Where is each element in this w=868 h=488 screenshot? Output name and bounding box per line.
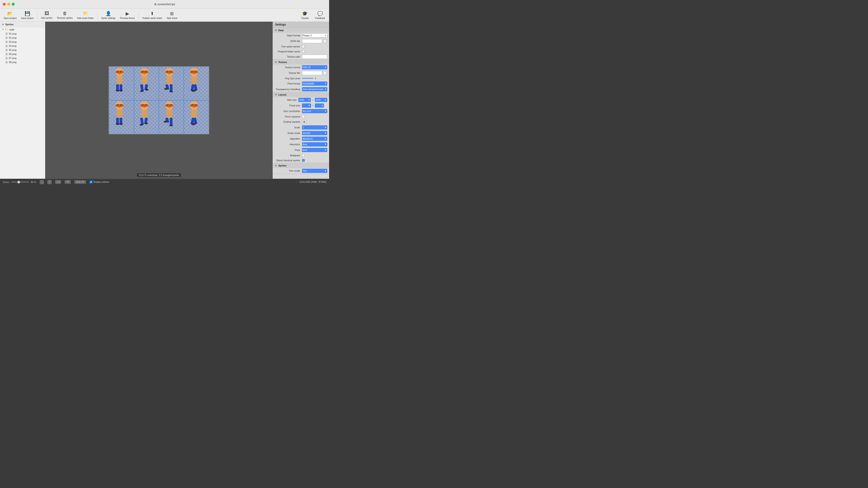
texture-format-arrow-icon: ▼ xyxy=(324,66,327,68)
prepend-folder-label: Prepend folder name xyxy=(275,50,302,53)
split-sheet-button[interactable]: ⊞ Split sheet xyxy=(165,9,179,21)
fixed-size-h-select[interactable]: ▼ xyxy=(315,103,324,107)
svg-point-95 xyxy=(168,105,168,105)
open-project-button[interactable]: 📂 Open project xyxy=(2,9,18,21)
sidebar-file-item[interactable]: 🖼06.png xyxy=(0,52,45,56)
canvas-area[interactable]: 23.0 % overdraw, 2.0 triangles/sprite xyxy=(45,22,273,179)
file-name: 01.png xyxy=(9,32,17,35)
scaling-variants-gear[interactable]: ⚙ xyxy=(302,120,307,124)
preview-anims-button[interactable]: ▶ Preview Anims xyxy=(118,9,137,21)
status-check-icon: ✓ xyxy=(296,181,298,183)
trim-mode-select[interactable]: Trim ▼ xyxy=(302,169,328,173)
publish-sprite-sheet-button[interactable]: ⬆ Publish sprite sheet xyxy=(141,9,164,21)
scale-select[interactable]: 1 ▼ xyxy=(302,125,328,129)
algorithm-select[interactable]: MaxRects ▼ xyxy=(302,137,328,141)
close-button[interactable] xyxy=(3,3,6,6)
zoom-minus-button[interactable]: - xyxy=(40,180,44,184)
sidebar-file-item[interactable]: 🖼05.png xyxy=(0,48,45,52)
size-constraints-select[interactable]: Any size ▼ xyxy=(302,109,328,113)
open-project-icon: 📂 xyxy=(7,11,13,16)
svg-point-96 xyxy=(171,105,172,105)
sidebar-file-item[interactable]: 🖼02.png xyxy=(0,36,45,40)
sidebar-folder-walk[interactable]: ▼ 📁 walk xyxy=(0,27,45,32)
texture-format-row: Texture format PNG-32 ▼ xyxy=(273,65,329,70)
heuristics-select[interactable]: Best ▼ xyxy=(302,142,328,147)
toolbar-separator-3 xyxy=(138,11,139,19)
algorithm-text: MaxRects xyxy=(303,138,313,140)
display-outlines-checkbox[interactable] xyxy=(90,181,92,184)
svg-point-80 xyxy=(143,105,144,105)
sidebar-file-item[interactable]: 🖼01.png xyxy=(0,32,45,36)
svg-line-29 xyxy=(138,77,142,80)
pixel-format-select[interactable]: RGBA8888 ▼ xyxy=(302,82,328,86)
detect-identical-checkbox[interactable]: ✓ xyxy=(302,159,305,162)
file-name: 06.png xyxy=(9,53,17,55)
texture-file-input[interactable] xyxy=(302,71,322,75)
zoom-autofit-button[interactable]: Auto Fit xyxy=(74,180,86,184)
file-name: 08.png xyxy=(9,61,17,64)
canvas-container: 23.0 % overdraw, 2.0 triangles/sprite xyxy=(45,22,273,179)
display-outlines-toggle[interactable]: Display outlines xyxy=(90,181,109,184)
trim-sprite-names-checkbox[interactable] xyxy=(302,45,305,48)
data-section-header[interactable]: ▼ Data xyxy=(273,28,329,33)
sprite-settings-button[interactable]: 👤 Sprite settings xyxy=(99,9,117,21)
sidebar-file-item[interactable]: 🖼03.png xyxy=(0,40,45,44)
save-project-button[interactable]: 💾 Save project xyxy=(19,9,35,21)
sidebar-file-item[interactable]: 🖼07.png xyxy=(0,56,45,60)
json-file-btn[interactable]: 📄 xyxy=(323,39,327,43)
svg-line-44 xyxy=(164,77,166,83)
settings-section-data: ▼ Data Data Format Phaser 3 ▼ JSON file … xyxy=(273,28,329,60)
zoom-plus-button[interactable]: + xyxy=(48,180,52,184)
svg-rect-68 xyxy=(117,109,123,118)
transparency-handling-select[interactable]: Clear transparent pixel ▼ xyxy=(302,87,328,91)
heuristics-arrow: ▼ xyxy=(324,143,327,145)
zoom-slider-thumb[interactable] xyxy=(18,181,20,184)
prepend-folder-checkbox[interactable] xyxy=(302,50,305,53)
json-file-input[interactable] xyxy=(302,39,322,43)
svg-point-111 xyxy=(196,105,196,105)
zoom-1-1-button[interactable]: 1:1 xyxy=(55,180,61,184)
png-opt-level-slider[interactable] xyxy=(302,78,313,78)
max-size-label: Max size xyxy=(275,98,298,101)
window-title: 🖥 screenshot.tps xyxy=(154,3,175,6)
svg-point-35 xyxy=(168,71,168,72)
max-size-row: Max size 2048 ▼ × 2048 ▼ xyxy=(273,97,329,103)
sprites-section-header[interactable]: ▼ Sprites xyxy=(273,163,329,168)
tutorial-button[interactable]: 🎓 Tutorial xyxy=(298,9,312,21)
add-sprites-button[interactable]: 🖼 Add sprites xyxy=(39,9,54,21)
sidebar-file-item[interactable]: 🖼08.png xyxy=(0,60,45,64)
svg-point-6 xyxy=(119,73,121,74)
maximize-button[interactable] xyxy=(12,3,15,6)
zoom-fit-button[interactable]: Fit xyxy=(65,180,71,184)
force-squared-row: Force squared xyxy=(273,114,329,119)
svg-rect-101 xyxy=(170,118,173,125)
feedback-button[interactable]: 💬 Feedback xyxy=(313,9,327,21)
svg-point-52 xyxy=(193,73,195,74)
pack-value: Best ▼ xyxy=(302,148,328,152)
fixed-size-select[interactable]: ▼ xyxy=(302,103,311,107)
texture-section-header[interactable]: ▼ Texture xyxy=(273,60,329,65)
data-format-select[interactable]: Phaser 3 ▼ xyxy=(302,33,328,37)
pack-arrow: ▼ xyxy=(324,149,327,151)
scale-arrow: ▼ xyxy=(324,126,327,129)
force-squared-checkbox[interactable] xyxy=(302,115,305,118)
add-smart-folder-button[interactable]: 📁 Add smart folder xyxy=(75,9,95,21)
minimize-button[interactable] xyxy=(7,3,10,6)
file-icon: 🖼 xyxy=(5,37,8,39)
sidebar-file-item[interactable]: 🖼04.png xyxy=(0,44,45,48)
layout-section-header[interactable]: ▼ Layout xyxy=(273,92,329,97)
texture-format-select[interactable]: PNG-32 ▼ xyxy=(302,65,328,69)
multipack-checkbox[interactable] xyxy=(302,154,305,157)
max-size-w-select[interactable]: 2048 ▼ xyxy=(298,98,311,102)
size-constraints-text: Any size xyxy=(303,110,311,112)
algorithm-label: Algorithm xyxy=(275,137,302,140)
max-size-h-select[interactable]: 2048 ▼ xyxy=(315,98,327,102)
zoom-slider[interactable] xyxy=(11,182,29,182)
pack-select[interactable]: Best ▼ xyxy=(302,148,328,152)
texture-file-btn[interactable]: 📄 xyxy=(323,71,327,75)
checkmark-icon: ✓ xyxy=(302,160,304,162)
texture-path-input[interactable] xyxy=(302,55,328,59)
remove-sprites-button[interactable]: 🗑 Remove sprites xyxy=(55,9,74,21)
scale-mode-select[interactable]: Smooth ▼ xyxy=(302,131,328,135)
settings-title: Settings xyxy=(273,22,329,28)
